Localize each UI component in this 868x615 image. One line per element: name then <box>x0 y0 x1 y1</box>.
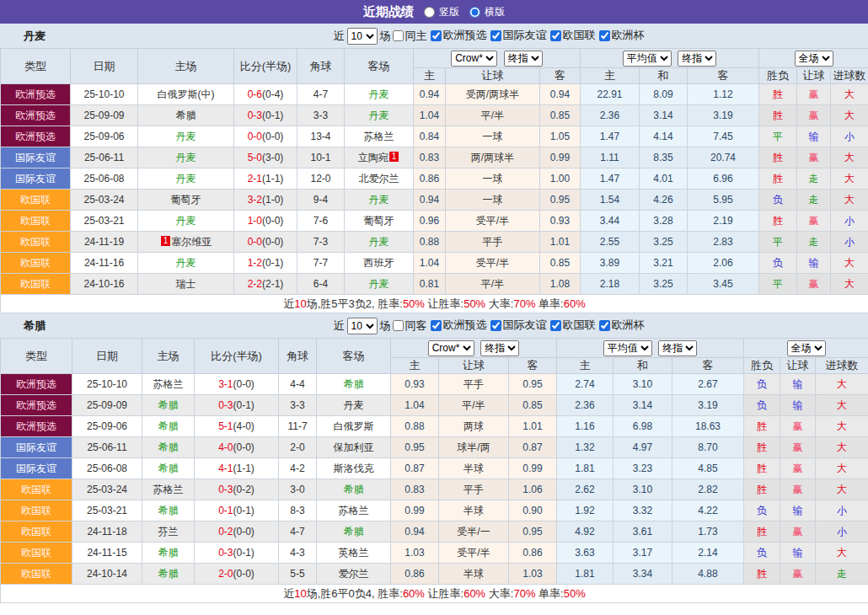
match-score: 0-6(0-4) <box>234 84 297 105</box>
competition-filter[interactable]: 欧洲杯 <box>597 318 645 333</box>
competition-checkbox[interactable] <box>431 320 442 331</box>
competition-type-badge: 欧洲预选 <box>1 416 72 437</box>
away-odds: 1.05 <box>540 126 581 147</box>
competition-checkbox[interactable] <box>490 320 501 331</box>
home-odds: 0.93 <box>391 374 439 395</box>
summary-part: 单率: <box>535 587 563 600</box>
competition-filter[interactable]: 欧洲预选 <box>429 28 487 43</box>
same-venue-toggle[interactable]: 同客 <box>391 318 427 334</box>
competition-filter[interactable]: 国际友谊 <box>489 318 547 333</box>
competition-type-badge: 欧国联 <box>1 211 71 232</box>
goals-result: 小 <box>831 211 868 232</box>
average-select[interactable]: 平均值 <box>623 51 672 67</box>
match-date: 25-09-09 <box>72 395 142 416</box>
match-score: 4-0(0-0) <box>195 437 279 458</box>
away-odds: 1.06 <box>509 479 557 500</box>
home-team: 丹麦 <box>138 168 234 190</box>
competition-checkbox[interactable] <box>550 320 561 331</box>
titlebar: 近期战绩 竖版 横版 <box>0 0 868 24</box>
fulltime-select[interactable]: 全场 <box>795 51 833 67</box>
corner-count: 4-2 <box>279 458 317 479</box>
odds-stage-select-2[interactable]: 终指 <box>678 51 716 67</box>
handicap-line: 平手 <box>439 479 509 500</box>
col-away: 客场 <box>345 49 414 84</box>
avg-away-odds: 1.12 <box>688 84 759 105</box>
odds-stage-select-2[interactable]: 终指 <box>658 340 697 356</box>
corner-count: 2-0 <box>279 437 317 458</box>
avg-draw-odds: 3.10 <box>613 479 672 500</box>
competition-filter[interactable]: 欧洲预选 <box>429 318 487 333</box>
home-odds: 0.95 <box>391 437 439 458</box>
competition-checkbox[interactable] <box>599 30 610 41</box>
bookmaker-select[interactable]: Crow* <box>451 51 497 67</box>
recent-count-select[interactable]: 10 <box>347 318 378 334</box>
handicap-line: 半球 <box>439 458 509 479</box>
sub-col-avg-home: 主 <box>557 358 613 374</box>
odds-stage-select-1[interactable]: 终指 <box>480 340 519 356</box>
competition-checkbox[interactable] <box>550 30 561 41</box>
avg-draw-odds: 3.25 <box>640 274 688 295</box>
avg-draw-odds: 4.14 <box>640 126 688 147</box>
avg-away-odds: 5.95 <box>688 190 759 211</box>
competition-type-badge: 国际友谊 <box>1 458 72 479</box>
match-row: 欧国联25-03-21希腊0-1(0-1)8-3苏格兰0.99半球0.901.9… <box>1 500 868 521</box>
summary-part: 50% <box>564 587 586 600</box>
horizontal-layout-radio[interactable] <box>469 7 480 18</box>
competition-filter[interactable]: 欧国联 <box>549 318 596 333</box>
corner-count: 3-0 <box>279 479 317 500</box>
avg-away-odds: 18.63 <box>672 416 744 437</box>
match-date: 25-09-06 <box>71 126 138 147</box>
layout-option-horizontal[interactable]: 横版 <box>468 5 505 19</box>
layout-option-vertical[interactable]: 竖版 <box>422 5 459 19</box>
same-venue-toggle[interactable]: 同主 <box>391 29 427 44</box>
handicap-result: 赢 <box>797 147 831 168</box>
competition-filter[interactable]: 国际友谊 <box>489 28 547 43</box>
avg-home-odds: 2.55 <box>581 232 640 253</box>
bookmaker-select[interactable]: Crow* <box>428 340 474 356</box>
goals-result: 大 <box>816 543 868 564</box>
avg-draw-odds: 3.25 <box>640 232 688 253</box>
competition-checkbox[interactable] <box>431 30 442 41</box>
match-row: 国际友谊25-06-08希腊4-1(1-1)4-2斯洛伐克0.87半球0.991… <box>1 458 868 479</box>
away-team: 保加利亚 <box>317 437 391 458</box>
competition-filter[interactable]: 欧国联 <box>549 28 596 43</box>
away-team: 丹麦 <box>317 395 391 416</box>
away-odds: 1.01 <box>509 416 557 437</box>
competition-type-badge: 欧国联 <box>1 543 72 564</box>
same-venue-checkbox[interactable] <box>393 320 404 331</box>
away-odds: 1.08 <box>540 274 581 295</box>
avg-away-odds: 7.45 <box>688 126 759 147</box>
away-odds: 0.95 <box>509 374 557 395</box>
recent-count-select[interactable]: 10 <box>347 28 378 45</box>
away-team: 苏格兰 <box>345 126 414 147</box>
away-odds: 1.00 <box>540 168 581 190</box>
handicap-line: 平/半 <box>446 105 540 126</box>
odds-stage-select-1[interactable]: 终指 <box>504 51 543 67</box>
competition-checkbox[interactable] <box>599 320 610 331</box>
sub-col-handicap: 让球 <box>439 358 509 374</box>
competition-checkbox[interactable] <box>490 30 501 41</box>
outcome-result: 负 <box>744 395 780 416</box>
fulltime-select[interactable]: 全场 <box>787 340 826 356</box>
away-team: 葡萄牙 <box>345 211 414 232</box>
competition-label: 欧国联 <box>563 28 596 43</box>
vertical-layout-label: 竖版 <box>439 5 459 19</box>
near-label: 近 <box>334 318 345 334</box>
same-venue-checkbox[interactable] <box>393 30 404 41</box>
competition-filter[interactable]: 欧洲杯 <box>597 28 645 43</box>
average-select[interactable]: 平均值 <box>603 340 652 356</box>
vertical-layout-radio[interactable] <box>424 7 435 18</box>
bookmaker-group: Crow* 终指 <box>391 339 557 358</box>
away-team: 立陶宛1 <box>345 147 414 168</box>
outcome-result: 负 <box>744 374 780 395</box>
games-label: 场 <box>380 29 391 44</box>
handicap-result: 输 <box>780 500 816 521</box>
handicap-result: 赢 <box>780 564 816 585</box>
corner-count: 4-7 <box>279 521 317 543</box>
match-row: 欧国联24-10-14希腊2-0(0-0)5-5爱尔兰0.86半球1.031.8… <box>1 564 868 585</box>
outcome-result: 平 <box>759 274 797 295</box>
avg-home-odds: 1.47 <box>581 126 640 147</box>
handicap-line: 球半/两 <box>439 437 509 458</box>
results-table-denmark: 类型 日期 主场 比分(半场) 角球 客场 Crow* 终指 平均值 终指 全场… <box>0 48 868 313</box>
handicap-result: 赢 <box>797 211 831 232</box>
